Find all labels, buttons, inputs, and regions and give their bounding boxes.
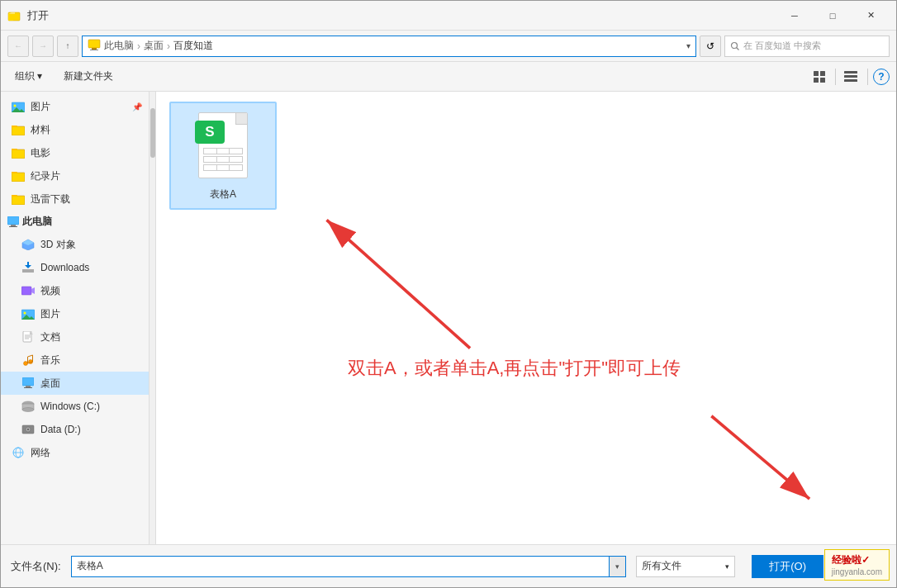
filetype-select[interactable]: 所有文件 ▾ xyxy=(636,556,735,577)
forward-button[interactable]: → xyxy=(32,36,54,57)
scrollbar[interactable] xyxy=(150,92,156,544)
svg-point-49 xyxy=(22,408,34,412)
filename-dropdown-button[interactable]: ▾ xyxy=(610,556,626,577)
svg-point-52 xyxy=(27,429,29,430)
3d-objects-icon xyxy=(21,237,36,252)
svg-rect-20 xyxy=(12,196,25,205)
sidebar-item-data-d[interactable]: Data (D:) xyxy=(1,418,149,441)
svg-rect-28 xyxy=(27,262,29,266)
view-options-button[interactable] xyxy=(809,66,832,88)
pin-icon: 📌 xyxy=(132,102,142,111)
svg-rect-26 xyxy=(22,269,34,273)
network-icon xyxy=(11,445,26,460)
this-pc-icon xyxy=(7,216,19,228)
refresh-button[interactable]: ↺ xyxy=(700,36,721,57)
documents-icon xyxy=(21,330,36,344)
svg-rect-1 xyxy=(8,14,13,21)
sidebar-label-xunlei: 迅雷下载 xyxy=(31,192,70,206)
sidebar-label-windows-c: Windows (C:) xyxy=(40,401,100,412)
svg-point-15 xyxy=(14,105,17,107)
toolbar: 组织 ▾ 新建文件夹 ? xyxy=(1,62,896,92)
svg-rect-44 xyxy=(22,377,34,386)
window-controls: ─ □ ✕ xyxy=(776,1,890,31)
drive-d-icon xyxy=(21,422,36,437)
file-grid-container: S 表格A xyxy=(169,102,886,210)
svg-rect-22 xyxy=(11,225,16,226)
back-button[interactable]: ← xyxy=(7,36,29,57)
minimize-button[interactable]: ─ xyxy=(776,1,814,31)
details-view-button[interactable] xyxy=(839,66,862,88)
maximize-button[interactable]: □ xyxy=(814,1,852,31)
breadcrumb-folder: 百度知道 xyxy=(173,39,213,53)
pictures-icon xyxy=(11,99,26,114)
file-grid: S 表格A xyxy=(169,102,886,210)
folder-icon-xunlei xyxy=(11,192,26,206)
sidebar-item-movies[interactable]: 电影 xyxy=(1,141,149,164)
svg-rect-2 xyxy=(88,40,100,48)
sidebar-item-materials[interactable]: 材料 xyxy=(1,118,149,141)
sidebar-item-network[interactable]: 网络 xyxy=(1,441,149,464)
sidebar-item-desktop[interactable]: 桌面 xyxy=(1,372,149,395)
sidebar-label-this-pc: 此电脑 xyxy=(22,215,52,229)
dialog-title: 打开 xyxy=(27,8,776,23)
sidebar-item-3d-objects[interactable]: 3D 对象 xyxy=(1,233,149,256)
breadcrumb-dropdown-icon[interactable]: ▾ xyxy=(686,41,691,50)
svg-rect-21 xyxy=(7,216,19,225)
open-button[interactable]: 打开(O) xyxy=(752,555,823,578)
svg-rect-29 xyxy=(21,287,31,295)
sidebar-item-music[interactable]: 音乐 xyxy=(1,349,149,372)
watermark-line2: jingyanla.com xyxy=(832,567,882,576)
sidebar-label-pc-pictures: 图片 xyxy=(40,307,60,321)
file-item-spreadsheet-a[interactable]: S 表格A xyxy=(169,102,277,210)
svg-rect-7 xyxy=(814,71,819,76)
svg-line-57 xyxy=(327,220,471,348)
svg-rect-45 xyxy=(26,386,31,387)
filetype-value: 所有文件 xyxy=(642,559,681,573)
filetype-label: 所有文件 ▾ xyxy=(636,556,735,577)
filetype-dropdown-icon: ▾ xyxy=(725,562,729,571)
new-folder-button[interactable]: 新建文件夹 xyxy=(56,65,121,88)
folder-icon-materials xyxy=(11,122,26,137)
svg-rect-8 xyxy=(820,71,825,76)
filename-value: 表格A xyxy=(77,559,103,573)
organize-button[interactable]: 组织 ▾ xyxy=(7,65,50,88)
folder-icon-movies xyxy=(11,145,26,160)
sidebar-item-xunlei[interactable]: 迅雷下载 xyxy=(1,187,149,211)
dialog-icon xyxy=(7,9,21,22)
svg-rect-19 xyxy=(12,173,25,182)
filename-label: 文件名(N): xyxy=(11,559,61,574)
sidebar-item-pictures-pinned[interactable]: 图片 📌 xyxy=(1,95,149,118)
up-dropdown-button[interactable]: ↑ xyxy=(57,36,78,57)
sidebar-label-materials: 材料 xyxy=(31,123,50,137)
filename-input[interactable]: 表格A xyxy=(71,556,610,577)
sidebar-label-pictures: 图片 xyxy=(31,100,50,114)
svg-rect-3 xyxy=(92,48,97,50)
sidebar-item-pc-pictures[interactable]: 图片 xyxy=(1,302,149,325)
file-icon-large: S xyxy=(190,110,256,184)
address-bar: ← → ↑ 此电脑 › 桌面 › 百度知道 ▾ ↺ 在 xyxy=(1,31,896,62)
wps-badge: S xyxy=(195,121,225,144)
search-box[interactable]: 在 百度知道 中搜索 xyxy=(724,36,890,57)
videos-icon xyxy=(21,283,36,298)
sidebar-item-documentaries[interactable]: 纪录片 xyxy=(1,164,149,187)
file-name-spreadsheet-a: 表格A xyxy=(210,187,236,202)
music-icon xyxy=(21,353,36,368)
help-button[interactable]: ? xyxy=(873,69,890,85)
breadcrumb-desktop: 桌面 xyxy=(144,39,164,53)
drive-c-icon xyxy=(21,399,36,414)
sidebar-item-downloads[interactable]: Downloads xyxy=(1,256,149,279)
breadcrumb[interactable]: 此电脑 › 桌面 › 百度知道 ▾ xyxy=(82,36,696,57)
sidebar-item-videos[interactable]: 视频 xyxy=(1,279,149,302)
sidebar-item-windows-c[interactable]: Windows (C:) xyxy=(1,395,149,418)
svg-rect-10 xyxy=(820,78,825,83)
title-bar: 打开 ─ □ ✕ xyxy=(1,1,896,31)
annotation-text: 双击A，或者单击A,再点击"打开"即可上传 xyxy=(348,356,681,381)
pc-pictures-icon xyxy=(21,306,36,321)
sidebar-item-documents[interactable]: 文档 xyxy=(1,325,149,349)
close-button[interactable]: ✕ xyxy=(852,1,890,31)
svg-line-43 xyxy=(28,355,33,357)
svg-line-58 xyxy=(711,416,809,499)
downloads-icon xyxy=(21,260,36,275)
search-icon xyxy=(730,41,740,51)
sidebar-label-music: 音乐 xyxy=(40,353,60,368)
